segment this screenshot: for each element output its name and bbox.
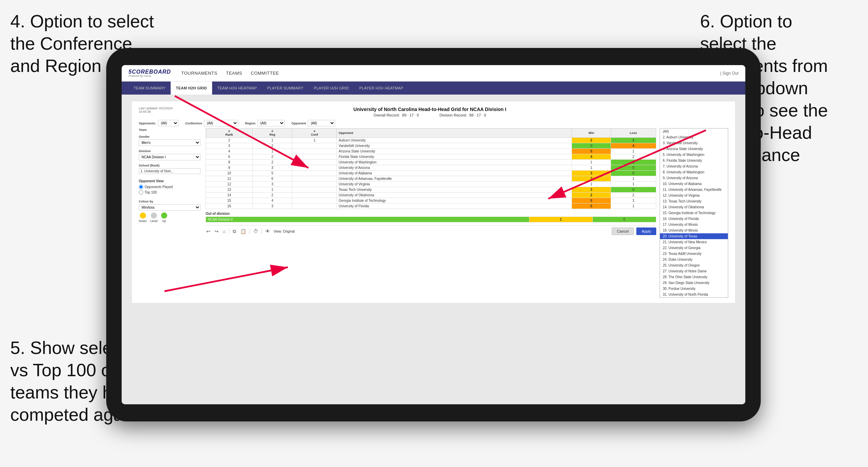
school-input[interactable] bbox=[139, 168, 200, 174]
out-division-row: NCAA Division II 1 0 bbox=[206, 217, 656, 222]
opponent-dropdown[interactable]: (All)2. Auburn University3. Vanderbilt U… bbox=[660, 128, 728, 298]
legend-down-circle bbox=[140, 212, 146, 219]
subnav-player-summary[interactable]: PLAYER SUMMARY bbox=[262, 82, 309, 95]
toolbar-undo[interactable]: ↩ bbox=[206, 228, 211, 235]
colour-by-label: Colour by bbox=[139, 200, 200, 203]
dropdown-item[interactable]: 31. University of North Florida bbox=[660, 292, 728, 297]
dropdown-item[interactable]: 13. Texas Tech University bbox=[660, 198, 728, 204]
nav-committee[interactable]: COMMITTEE bbox=[251, 69, 279, 77]
conference-select[interactable]: (All) bbox=[204, 120, 238, 126]
dropdown-item[interactable]: 11. University of Arkansas, Fayetteville bbox=[660, 187, 728, 193]
radio-group: Opponents Played Top 100 bbox=[139, 185, 200, 195]
dropdown-item[interactable]: 23. Texas A&M University bbox=[660, 251, 728, 257]
radio-opponents-played[interactable]: Opponents Played bbox=[139, 185, 200, 189]
opponent-filter-select[interactable]: (All) bbox=[308, 120, 335, 126]
toolbar-redo[interactable]: ↪ bbox=[214, 228, 219, 235]
tablet-screen: 5COREBOARD Powered by Cloud TOURNAMENTS … bbox=[122, 65, 745, 404]
opponent-view-title: Opponent View bbox=[139, 179, 200, 183]
subnav-team-summary[interactable]: TEAM SUMMARY bbox=[129, 82, 171, 95]
legend-up-circle bbox=[161, 212, 167, 219]
table-row: 105University of Alabama30 bbox=[206, 171, 656, 176]
subnav-player-h2h-heatmap[interactable]: PLAYER H2H HEATMAP bbox=[354, 82, 408, 95]
dropdown-item[interactable]: 24. Duke University bbox=[660, 257, 728, 262]
tablet-frame: 5COREBOARD Powered by Cloud TOURNAMENTS … bbox=[106, 48, 761, 421]
subnav-team-h2h-grid[interactable]: TEAM H2H GRID bbox=[171, 82, 212, 95]
opponent-view-section: Opponent View Opponents Played Top 100 bbox=[139, 179, 200, 195]
toolbar-paste[interactable]: 📋 bbox=[240, 228, 247, 235]
table-row: 41Arizona State University51 bbox=[206, 149, 656, 154]
table-row: 163University of Florida51 bbox=[206, 204, 656, 209]
table-row: 211Auburn University21 bbox=[206, 138, 656, 143]
table-row: 123University of Virginia11 bbox=[206, 182, 656, 187]
subnav-team-h2h-heatmap[interactable]: TEAM H2H HEATMAP bbox=[212, 82, 262, 95]
legend-up: Up bbox=[161, 212, 167, 223]
dropdown-item[interactable]: 22. University of Georgia bbox=[660, 245, 728, 251]
region-select[interactable]: (All) bbox=[257, 120, 285, 126]
conference-label: Conference bbox=[185, 122, 203, 125]
table-head: #Rank #Reg #Conf Opponent Win Loss bbox=[206, 128, 656, 138]
dropdown-item[interactable]: 27. University of Notre Dame bbox=[660, 268, 728, 274]
sidebar-team-label: Team bbox=[139, 128, 200, 132]
table-row: 93University of Arizona10 bbox=[206, 165, 656, 171]
dropdown-item[interactable]: 15. Georgia Institute of Technology bbox=[660, 210, 728, 216]
toolbar-sep1 bbox=[229, 229, 229, 234]
filters-row: Opponents: (All) Conference (All) Region… bbox=[139, 120, 728, 126]
radio-top100-label: Top 100 bbox=[145, 191, 157, 194]
action-buttons: Cancel Apply bbox=[612, 228, 656, 235]
toolbar-copy[interactable]: ⧉ bbox=[232, 228, 237, 235]
toolbar-home[interactable]: ⌂ bbox=[222, 228, 226, 235]
dropdown-item[interactable]: 2. Auburn University bbox=[660, 134, 728, 140]
sidebar-gender-label: Gender bbox=[139, 135, 200, 138]
report-meta: Last Updated: 4/21/2024 16:55:38 bbox=[139, 107, 173, 113]
dropdown-item[interactable]: 3. Vanderbilt University bbox=[660, 140, 728, 146]
radio-opponents-played-input[interactable] bbox=[139, 185, 143, 189]
colour-by-select[interactable]: Win/loss bbox=[139, 204, 200, 211]
dropdown-item[interactable]: 18. University of Illinois bbox=[660, 228, 728, 233]
colour-by-section: Colour by Win/loss Down bbox=[139, 200, 200, 223]
dropdown-item[interactable]: 10. University of Alabama bbox=[660, 181, 728, 187]
nav-tournaments[interactable]: TOURNAMENTS bbox=[181, 69, 218, 77]
overall-record: Overall Record: 89 · 17 · 0 bbox=[374, 113, 419, 117]
opponents-select[interactable]: (All) bbox=[158, 120, 179, 126]
out-division-section: Out of division NCAA Division II 1 0 bbox=[206, 212, 656, 222]
dropdown-item[interactable]: 29. San Diego State University bbox=[660, 280, 728, 286]
dropdown-item[interactable]: (All) bbox=[660, 128, 728, 134]
dropdown-item[interactable]: 14. University of Oklahoma bbox=[660, 204, 728, 210]
dropdown-item[interactable]: 5. University of Washington bbox=[660, 152, 728, 158]
table-body: 211Auburn University2132Vanderbilt Unive… bbox=[206, 138, 656, 209]
data-table: #Rank #Reg #Conf Opponent Win Loss bbox=[206, 128, 656, 209]
dropdown-item[interactable]: 17. University of Illinois bbox=[660, 222, 728, 228]
logo-text: 5COREBOARD bbox=[129, 69, 171, 75]
nav-signout[interactable]: | Sign Out bbox=[720, 71, 738, 76]
radio-top100[interactable]: Top 100 bbox=[139, 190, 200, 195]
legend: Down Level Up bbox=[139, 212, 200, 223]
dropdown-item[interactable]: 7. University of Arizona bbox=[660, 163, 728, 169]
region-label: Region bbox=[245, 122, 256, 125]
toolbar-clock[interactable]: ⏱ bbox=[253, 228, 259, 235]
dropdown-item[interactable]: 12. University of Virginia bbox=[660, 193, 728, 198]
dropdown-item[interactable]: 20. University of Texas bbox=[660, 233, 728, 239]
dropdown-item[interactable]: 25. University of Oregon bbox=[660, 262, 728, 268]
division-select[interactable]: NCAA Division I bbox=[139, 154, 200, 160]
sidebar-school-label: School (Rank) bbox=[139, 164, 200, 167]
dropdown-item[interactable]: 28. The Ohio State University bbox=[660, 274, 728, 280]
dropdown-item[interactable]: 8. University of Washington bbox=[660, 169, 728, 175]
apply-button[interactable]: Apply bbox=[636, 228, 656, 235]
dropdown-item[interactable]: 16. University of Florida bbox=[660, 216, 728, 222]
toolbar-sep3 bbox=[261, 229, 262, 234]
dropdown-item[interactable]: 6. Florida State University bbox=[660, 158, 728, 163]
table-row: 154Georgia Institute of Technology51 bbox=[206, 198, 656, 204]
gender-select[interactable]: Men's bbox=[139, 139, 200, 146]
dropdown-item[interactable]: 9. University of Arizona bbox=[660, 175, 728, 181]
subnav-player-h2h-grid[interactable]: PLAYER H2H GRID bbox=[309, 82, 354, 95]
radio-top100-input[interactable] bbox=[139, 190, 143, 195]
toolbar-view-icon[interactable]: 👁 bbox=[265, 228, 271, 235]
dropdown-item[interactable]: 4. Arizona State University bbox=[660, 146, 728, 152]
table-row: 116University of Arkansas, Fayetteville3… bbox=[206, 176, 656, 182]
cancel-button[interactable]: Cancel bbox=[612, 228, 634, 235]
dropdown-item[interactable]: 30. Purdue University bbox=[660, 286, 728, 292]
radio-opponents-played-label: Opponents Played bbox=[145, 185, 173, 189]
nav-teams[interactable]: TEAMS bbox=[226, 69, 242, 77]
dropdown-item[interactable]: 21. University of New Mexico bbox=[660, 239, 728, 245]
left-sidebar: Team Gender Men's Division NCAA Division… bbox=[139, 128, 200, 298]
